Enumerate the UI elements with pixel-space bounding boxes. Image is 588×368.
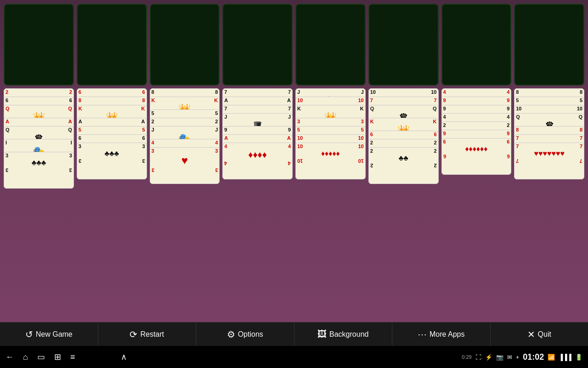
card[interactable]: 44 ♦♦♦♦ 44: [222, 143, 293, 179]
battery-icon: 🔋: [575, 354, 582, 361]
signal-icon: ▐▐▐: [559, 354, 571, 361]
quit-button[interactable]: ✕ Quit: [491, 322, 588, 346]
usb-icon: ⚡: [485, 354, 492, 361]
wifi-icon: 📶: [548, 354, 555, 361]
restart-button[interactable]: ⟳ Restart: [98, 322, 197, 346]
game-time: 0:29: [462, 354, 471, 360]
fullscreen-icon: ⛶: [475, 354, 481, 361]
tableau-row: 22 ♦♦♦ 22 66 ♣♣♣ QQ 👑 AA ♥ QQ: [4, 88, 584, 318]
options-icon: ⚙: [227, 329, 235, 340]
foundation-slot-4[interactable]: [222, 4, 293, 86]
card[interactable]: 77 ♥♥♥♥♥♥♥ 77: [514, 143, 584, 179]
foundation-slot-8[interactable]: [514, 4, 584, 86]
status-icons: 0:29 ⛶ ⚡ 📷 ✉ + 01:02 📶 ▐▐▐ 🔋: [462, 352, 582, 362]
tableau-column-2[interactable]: 66 ♦♦ 88 ♥♥♥ KK 👑 AA ♠ 55 ♦♦: [77, 88, 147, 318]
options-button[interactable]: ⚙ Options: [196, 322, 294, 346]
foundation-slot-1[interactable]: [4, 4, 74, 86]
nav-buttons: ← ⌂ ▭ ⊞ ≡ ∧: [6, 352, 127, 362]
foundation-slot-2[interactable]: [77, 4, 147, 86]
new-game-icon: ↺: [25, 329, 33, 340]
card[interactable]: 1010 ♦♦♦♦♦ 1010: [295, 143, 366, 179]
background-label: Background: [329, 330, 368, 339]
up-arrow[interactable]: ∧: [121, 352, 127, 362]
back-button[interactable]: ←: [6, 352, 14, 362]
tableau-column-4[interactable]: 77 ♣♣♣ AA ♣ 77 ♠♠♠ JJ 🎩 99 ♠♠♠: [222, 88, 293, 318]
new-game-label: New Game: [36, 330, 73, 339]
quit-icon: ✕: [527, 329, 535, 340]
more-apps-icon: ⋯: [418, 329, 427, 340]
more-apps-label: More Apps: [430, 330, 464, 339]
tableau-column-1[interactable]: 22 ♦♦♦ 22 66 ♣♣♣ QQ 👑 AA ♥ QQ: [4, 88, 74, 318]
background-button[interactable]: 🖼 Background: [294, 322, 393, 346]
clock: 01:02: [523, 352, 544, 362]
photo-icon: 📷: [496, 354, 503, 361]
foundation-slot-5[interactable]: [295, 4, 366, 86]
tableau-column-6[interactable]: 1010 ♠♠♠ 77 ♦♦♦ QQ ♛ KK 👑 66 ♥♥♥: [368, 88, 439, 318]
foundation-row: [4, 4, 584, 86]
tableau-column-3[interactable]: 88 ♣♣♣ KK 👑 55 ♠♠ 22 ♣♣ JJ 🎭: [150, 88, 220, 318]
plus-icon: +: [516, 354, 520, 361]
menu-button[interactable]: ≡: [70, 352, 75, 362]
foundation-slot-3[interactable]: [150, 4, 220, 86]
new-game-button[interactable]: ↺ New Game: [0, 322, 98, 346]
home-button[interactable]: ⌂: [23, 352, 28, 362]
background-icon: 🖼: [317, 329, 327, 339]
card[interactable]: 66 ♦♦♦♦♦♦ 66: [441, 138, 512, 175]
email-icon: ✉: [507, 354, 512, 361]
tableau-column-7[interactable]: 44 ♦♦ 99 ♥♥♥ 99 ♣♣♣ 44 ♣♣ 22 ♣♣: [441, 88, 512, 318]
card[interactable]: 33 ♥ 33: [150, 147, 220, 184]
restart-label: Restart: [140, 330, 164, 339]
screenshot-button[interactable]: ⊞: [54, 352, 61, 362]
card[interactable]: 33 ♣♣♣ 33: [4, 152, 74, 189]
options-label: Options: [238, 330, 263, 339]
more-apps-button[interactable]: ⋯ More Apps: [392, 322, 491, 346]
tableau-column-5[interactable]: JJ 🎭 1010 ♥♥♥ KK 👑 33 ♦♦ 55 ♥♥♥: [295, 88, 366, 318]
card[interactable]: 22 ♣♣ 22: [368, 147, 439, 184]
game-area: 22 ♦♦♦ 22 66 ♣♣♣ QQ 👑 AA ♥ QQ: [0, 0, 588, 322]
restart-icon: ⟳: [130, 329, 137, 340]
quit-label: Quit: [538, 330, 551, 339]
foundation-slot-7[interactable]: [441, 4, 512, 86]
toolbar: ↺ New Game ⟳ Restart ⚙ Options 🖼 Backgro…: [0, 322, 588, 346]
tableau-column-8[interactable]: 88 ♠♠♠ 55 ♣♣♣ 1010 ♣♣♣ QQ ♛ 88 ♦♦♦: [514, 88, 584, 318]
card[interactable]: 33 ♣♣♣ 33: [77, 143, 147, 179]
foundation-slot-6[interactable]: [368, 4, 439, 86]
recents-button[interactable]: ▭: [37, 352, 45, 362]
system-bar: ← ⌂ ▭ ⊞ ≡ ∧ 0:29 ⛶ ⚡ 📷 ✉ + 01:02 📶 ▐▐▐ 🔋: [0, 346, 588, 368]
